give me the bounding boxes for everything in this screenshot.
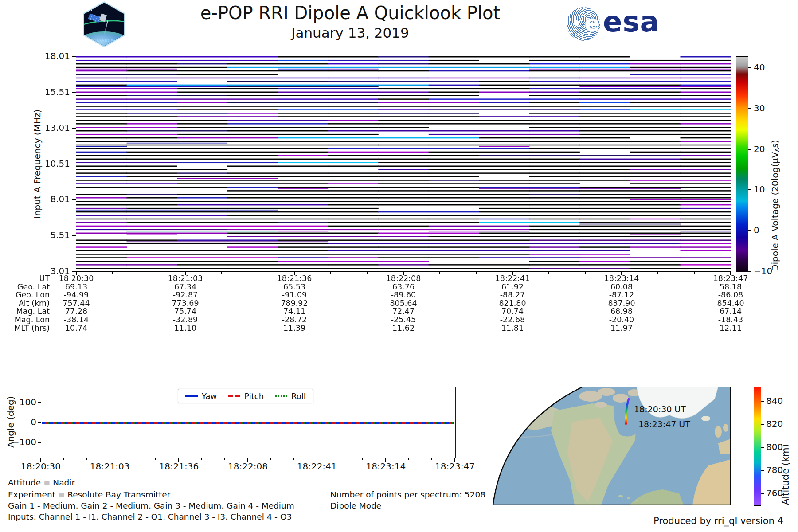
spectrogram-x-minor-tick [149, 272, 149, 274]
angle-x-tick [40, 458, 41, 462]
ephemeris-value: 10.74 [43, 324, 110, 332]
voltage-colorbar-tick [748, 230, 751, 231]
dipole-mode-note: Dipole Mode [330, 501, 381, 510]
ephemeris-value: 773.69 [152, 299, 219, 308]
angle-x-minor-tick [63, 458, 64, 460]
angle-x-minor-tick [133, 458, 133, 460]
ground-track-map: 18:20:30 UT 18:23:47 UT [488, 387, 731, 505]
angle-y-tick [38, 402, 41, 403]
angle-x-tick-label: 18:20:30 [8, 461, 74, 472]
angle-x-minor-tick [293, 458, 294, 460]
spectrogram-y-tick-label: 15.51 [40, 86, 70, 97]
spectrogram-x-minor-tick [585, 272, 586, 274]
ephemeris-value: -88.27 [479, 290, 546, 299]
angle-x-tick-label: 18:23:47 [422, 461, 488, 472]
ephemeris-value: 854.40 [697, 299, 764, 308]
spectrogram-y-tick-label: 5.51 [40, 230, 70, 240]
spectrogram-x-minor-tick [476, 272, 477, 274]
pitch-line-swatch [228, 395, 240, 397]
legend-item-pitch: Pitch [228, 391, 264, 401]
points-per-spectrum-note: Number of points per spectrum: 5208 [330, 490, 485, 499]
ephemeris-value: 70.74 [479, 307, 546, 316]
plot-date: January 13, 2019 [133, 25, 567, 41]
altitude-colorbar-tick-label: 800 [766, 442, 787, 452]
legend-item-yaw: Yaw [185, 391, 217, 401]
ephemeris-value: 77.28 [43, 307, 110, 316]
angle-x-tick [110, 458, 110, 462]
legend-label: Roll [291, 391, 306, 401]
ephemeris-value: 67.14 [697, 307, 764, 316]
voltage-colorbar-tick [748, 189, 751, 190]
esa-logo-text: esa [603, 5, 660, 38]
angle-x-tick-label: 18:21:36 [145, 461, 212, 472]
ephemeris-value: 72.47 [370, 307, 437, 316]
angle-x-tick-label: 18:22:41 [284, 461, 350, 472]
spectrogram-plot [76, 56, 731, 272]
ephemeris-value: 12.11 [697, 324, 764, 332]
angle-x-tick [317, 458, 317, 462]
angle-x-minor-tick [224, 458, 225, 460]
ephemeris-value: -28.72 [261, 315, 328, 324]
spectrogram-x-minor-tick [330, 272, 331, 274]
angle-x-tick-label: 18:22:08 [215, 461, 281, 472]
ephemeris-value: 805.64 [370, 299, 437, 308]
altitude-colorbar-tick [761, 447, 764, 448]
spectrogram-y-tick [72, 164, 76, 164]
ephemeris-value: 18:21:36 [261, 274, 328, 283]
ephemeris-value: -20.40 [588, 315, 655, 324]
voltage-colorbar-label: Dipole A Voltage (20log(μVAs) [770, 56, 780, 271]
angle-x-minor-tick [362, 458, 363, 460]
altitude-colorbar-tick-label: 840 [766, 395, 787, 406]
ephemeris-value: -92.87 [152, 290, 219, 299]
ephemeris-value: 11.10 [152, 324, 219, 332]
legend-label: Pitch [244, 391, 264, 401]
spectrogram-y-tick-label: 8.01 [40, 194, 70, 204]
ephemeris-value: 18:20:30 [43, 274, 110, 283]
altitude-colorbar-tick-label: 760 [766, 488, 787, 498]
spectrogram-x-minor-tick [548, 272, 549, 274]
voltage-colorbar [736, 56, 748, 272]
arctic-island [595, 402, 607, 408]
voltage-colorbar-tick-label: 20 [754, 144, 778, 154]
spectrogram-x-minor-tick [221, 272, 222, 274]
cassiope-mission-logo: CASSIOPE [81, 1, 127, 47]
esa-globe-e-glyph: e [584, 10, 600, 36]
voltage-colorbar-tick [748, 108, 751, 109]
ephemeris-value: 789.92 [261, 299, 328, 308]
altitude-colorbar [754, 387, 761, 506]
esa-logo: e esa [567, 6, 651, 42]
track-start-label: 18:20:30 UT [634, 404, 686, 414]
angle-x-tick [454, 458, 455, 462]
ephemeris-value: 821.80 [479, 299, 546, 308]
ephemeris-value: 58.18 [697, 282, 764, 291]
ephemeris-value: -25.45 [370, 315, 437, 324]
esa-globe-dot [574, 20, 579, 26]
altitude-colorbar-tick [761, 424, 764, 425]
ephemeris-value: 67.34 [152, 282, 219, 291]
angle-y-tick-label: 0 [12, 417, 36, 427]
altitude-colorbar-tick [761, 401, 764, 402]
altitude-colorbar-tick [761, 470, 764, 471]
ephemeris-value: 65.53 [261, 282, 328, 291]
legend-label: Yaw [202, 391, 217, 401]
ephemeris-value: 18:22:08 [370, 274, 437, 283]
spectrogram-y-tick-label: 10.51 [40, 158, 70, 169]
produced-by-note: Produced by rri_ql version 4 [653, 516, 783, 526]
altitude-colorbar-tick [761, 493, 764, 494]
voltage-colorbar-tick-label: 10 [754, 184, 778, 195]
spectrogram-y-tick [72, 199, 76, 200]
ephemeris-value: 18:23:14 [588, 274, 655, 283]
angle-x-minor-tick [270, 458, 271, 460]
map-art [488, 387, 731, 505]
ephemeris-value: 18:22:41 [479, 274, 546, 283]
angle-x-minor-tick [340, 458, 340, 460]
spectrogram-canvas [76, 56, 731, 271]
cassiope-logo-art: CASSIOPE [82, 3, 126, 46]
voltage-colorbar-tick-label: 30 [754, 103, 778, 113]
ephemeris-value: 837.90 [588, 299, 655, 308]
ephemeris-value: 60.08 [588, 282, 655, 291]
angle-x-tick [178, 458, 179, 462]
spectrogram-y-tick [72, 92, 76, 93]
experiment-note: Experiment = Resolute Bay Transmitter [8, 490, 170, 499]
ephemeris-row-label: Alt (km) [0, 299, 50, 308]
